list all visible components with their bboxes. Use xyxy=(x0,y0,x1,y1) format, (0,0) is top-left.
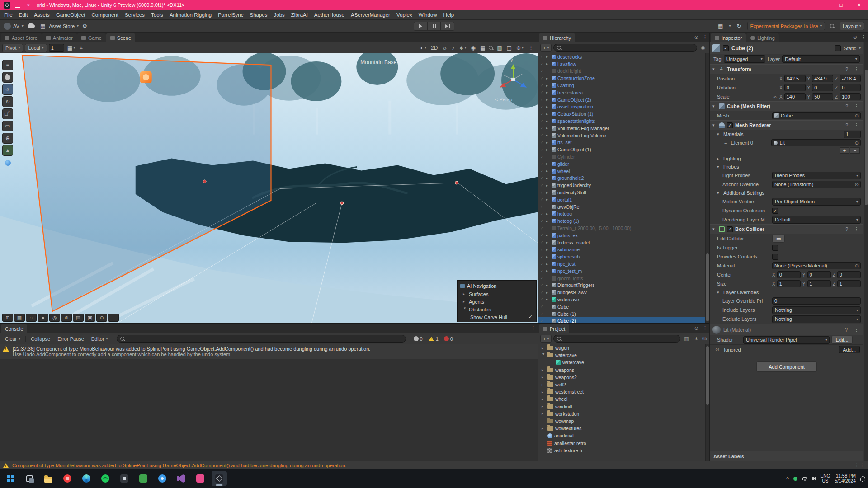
pink-app-icon[interactable] xyxy=(193,471,208,486)
visibility-toggle[interactable]: ✓ xyxy=(539,248,545,252)
hierarchy-item[interactable]: ✓ ▸ Lavaflow › xyxy=(538,61,709,68)
grid-toggle-icon[interactable]: ▦ xyxy=(479,45,486,51)
expand-toggle-icon[interactable]: ▸ xyxy=(546,176,550,180)
object-picker-icon[interactable]: ⊙ xyxy=(855,113,859,118)
menu-item[interactable]: Shapes xyxy=(246,11,270,19)
hierarchy-item[interactable]: ✓ ▸ treetestarea › xyxy=(538,89,709,96)
component-enabled-checkbox[interactable] xyxy=(727,122,733,128)
asset-store-button[interactable]: Asset Store xyxy=(49,23,75,29)
transform-tool[interactable]: ⊕ xyxy=(2,133,13,144)
visibility-toggle[interactable]: ✓ xyxy=(539,98,545,102)
expand-toggle-icon[interactable]: ▸ xyxy=(542,390,546,394)
minimize-button[interactable]: — xyxy=(814,0,832,10)
hierarchy-item[interactable]: ✓ ▸ GameObject (1) › xyxy=(538,146,709,153)
visibility-toggle[interactable]: ✓ xyxy=(539,69,545,73)
ai-navigation-section[interactable]: ▸ Agents xyxy=(458,298,536,305)
hierarchy-item[interactable]: ✓ ▸ npc_test › xyxy=(538,260,709,267)
x-field[interactable]: 0 xyxy=(777,271,801,278)
scale-tool[interactable] xyxy=(2,108,13,119)
foldout-icon[interactable]: ▾ xyxy=(712,104,717,108)
menu-item[interactable]: File xyxy=(1,11,16,19)
component-menu-icon[interactable]: ⋮ xyxy=(852,327,861,333)
show-carve-hull-toggle[interactable]: Show Carve Hull ✓ xyxy=(458,313,536,321)
error-count[interactable]: 0 xyxy=(442,336,455,342)
hidden-objects-icon[interactable]: ◉ xyxy=(469,45,476,51)
hierarchy-item[interactable]: ✓ ▸ spheresub › xyxy=(538,253,709,260)
dynamic-occlusion-checkbox[interactable] xyxy=(772,208,778,214)
expand-toggle-icon[interactable]: ▸ xyxy=(546,55,550,59)
hierarchy-item[interactable]: ✓ ▸ Volumetric Fog Manager › xyxy=(538,125,709,132)
search-by-label-icon[interactable]: ∗ xyxy=(693,336,700,342)
pause-button[interactable] xyxy=(427,22,441,31)
additional-settings-foldout[interactable]: ▾ Additional Settings xyxy=(710,189,863,197)
restore-icon[interactable] xyxy=(15,3,20,8)
probes-foldout[interactable]: ▾ Probes xyxy=(710,163,863,171)
expand-toggle-icon[interactable]: ▸ xyxy=(542,346,546,350)
visibility-toggle[interactable]: ✓ xyxy=(539,226,545,230)
hierarchy-scrollbar[interactable] xyxy=(705,53,709,323)
visibility-toggle[interactable]: ✓ xyxy=(539,148,545,152)
project-item[interactable]: ▸ watercave xyxy=(538,359,709,366)
project-menu-icon[interactable]: ⋮ xyxy=(701,325,709,331)
pivot-dropdown[interactable]: Pivot▾ xyxy=(2,44,23,52)
menu-item[interactable]: Component xyxy=(88,11,121,19)
expand-toggle-icon[interactable]: ▸ xyxy=(546,297,550,301)
expand-icon[interactable]: ▸ xyxy=(463,308,467,311)
shader-menu-icon[interactable]: ≡ xyxy=(854,337,861,343)
custom-terrain-tool[interactable]: ▲ xyxy=(2,145,13,156)
hierarchy-item[interactable]: ✓ ▸ dockHeight › xyxy=(538,68,709,75)
visibility-toggle[interactable]: ✓ xyxy=(539,312,545,316)
move-tool-icon[interactable]: ⊞ xyxy=(2,314,13,322)
hierarchy-item[interactable]: ✓ ▸ hotdog › xyxy=(538,211,709,218)
persp-label[interactable]: < Persp xyxy=(495,97,512,102)
y-field[interactable]: 1 xyxy=(807,280,831,287)
menu-item[interactable]: ZibraAI xyxy=(288,11,311,19)
y-field[interactable]: 434.9 xyxy=(812,75,833,82)
scrollbar-thumb[interactable] xyxy=(706,346,709,405)
z-field[interactable]: 0 xyxy=(837,271,861,278)
edge-browser-icon[interactable] xyxy=(79,471,94,486)
wireframe-icon[interactable]: ◌ xyxy=(26,314,37,322)
visibility-toggle[interactable]: ✓ xyxy=(539,105,545,109)
clock[interactable]: 11:58 PM 5/14/2024 xyxy=(835,474,856,483)
visibility-toggle[interactable]: ✓ xyxy=(539,76,545,80)
volume-icon[interactable] xyxy=(812,477,814,480)
menu-item[interactable]: Assets xyxy=(31,11,53,19)
expand-toggle-icon[interactable]: ▸ xyxy=(546,212,550,216)
scene-tab[interactable]: Asset Store xyxy=(1,33,42,42)
expand-toggle-icon[interactable]: ▸ xyxy=(546,291,550,295)
sphere-gizmo-icon[interactable]: ● xyxy=(38,314,48,322)
expand-toggle-icon[interactable]: ▸ xyxy=(546,141,550,145)
component-menu-icon[interactable]: ⋮ xyxy=(852,103,861,109)
grid-snap-icon[interactable]: ▦ xyxy=(14,314,25,322)
particles-icon[interactable]: ◎ xyxy=(49,314,60,322)
inspector-menu-icon[interactable]: ⋮ xyxy=(859,34,868,40)
hierarchy-item[interactable]: ✓ ▸ Terrain_(-2000.00, -5.00, -1000.00) … xyxy=(538,225,709,232)
project-item[interactable]: ▸ wowtextures xyxy=(538,425,709,432)
hierarchy-item[interactable]: ✓ ▸ CetraxStation (1) › xyxy=(538,110,709,117)
edit-shader-button[interactable]: Edit... xyxy=(831,336,852,344)
layers-grid-icon[interactable]: ▦ xyxy=(717,23,724,30)
camera-view-icon[interactable]: ◫ xyxy=(505,45,513,51)
shader-dropdown[interactable]: Universal Render Pipel▾ xyxy=(743,336,830,344)
project-search-input[interactable] xyxy=(553,335,680,343)
warning-count[interactable]: 1 xyxy=(426,336,441,342)
close-button[interactable]: × xyxy=(850,0,868,10)
static-checkbox[interactable] xyxy=(835,45,841,51)
asset-labels-section[interactable]: Asset Labels xyxy=(710,451,863,461)
move-tool[interactable] xyxy=(2,84,13,95)
foldout-icon[interactable]: ▾ xyxy=(712,227,717,231)
hierarchy-item[interactable]: ✓ ▸ Volumetric Fog Volume › xyxy=(538,132,709,139)
hidden-icons-chevron[interactable]: ^ xyxy=(786,476,788,481)
ai-navigation-section[interactable]: ▸ Surfaces xyxy=(458,290,536,298)
rendering-layer-dropdown[interactable]: Default▾ xyxy=(772,216,861,224)
project-item[interactable]: ▸ well2 xyxy=(538,381,709,388)
console-search-input[interactable] xyxy=(117,335,406,343)
y-field[interactable]: 0 xyxy=(807,271,831,278)
visibility-toggle[interactable]: ✓ xyxy=(539,262,545,266)
asset-store-caret-icon[interactable]: ▾ xyxy=(77,24,79,28)
tray-green-dot-icon[interactable] xyxy=(793,477,797,481)
hierarchy-item[interactable]: ✓ ▸ Cube (2) › xyxy=(538,317,709,323)
mesh-filter-header[interactable]: ▾ Cube (Mesh Filter) ? ⋮ xyxy=(710,101,863,111)
tab-inspector[interactable]: Inspector xyxy=(711,33,746,42)
